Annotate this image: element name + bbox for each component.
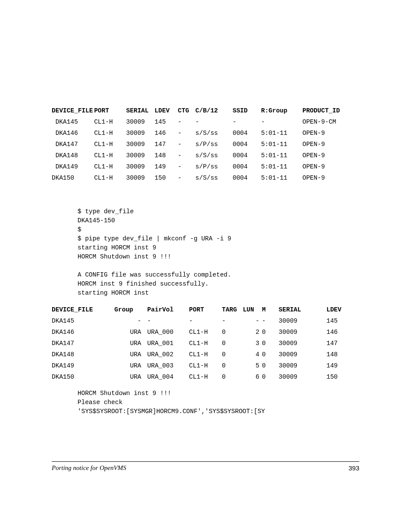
terminal-output-1: $ type dev_file DKA145-150 $ $ pipe type… — [78, 207, 359, 298]
table-row: DKA148CL1-H30009148-s/S/ss00045:01-11OPE… — [52, 150, 359, 161]
page-number: 393 — [349, 464, 359, 472]
col-lun: LUN — [243, 304, 262, 315]
cell: 147 — [327, 338, 359, 349]
cell: - — [196, 116, 233, 128]
table-row: DKA145CL1-H30009145----OPEN-9-CM — [52, 116, 359, 128]
cell: 0 — [222, 371, 243, 383]
cell: s/S/ss — [196, 128, 233, 139]
col-ssid: SSID — [233, 105, 261, 116]
cell: DKA145 — [52, 116, 94, 128]
cell: OPEN-9 — [302, 128, 359, 139]
cell: CL1-H — [94, 172, 126, 184]
col-port: PORT — [94, 105, 126, 116]
cell: CL1-H — [94, 150, 126, 161]
table-row: DKA145------30009145 — [52, 315, 359, 327]
cell: 0 — [222, 360, 243, 371]
cell: 0004 — [233, 172, 261, 184]
cell: 0 — [262, 338, 279, 349]
cell: s/P/ss — [196, 161, 233, 172]
cell: URA_002 — [147, 349, 189, 360]
cell: 0004 — [233, 139, 261, 150]
cell: URA_000 — [147, 327, 189, 338]
cell: 30009 — [126, 161, 155, 172]
table-row: DKA146URAURA_000CL1-H02030009146 — [52, 327, 359, 338]
cell: 6 — [243, 371, 262, 383]
table-row: DKA146CL1-H30009146-s/S/ss00045:01-11OPE… — [52, 128, 359, 139]
col-rgroup: R:Group — [261, 105, 302, 116]
col-port: PORT — [189, 304, 222, 315]
cell: URA_004 — [147, 371, 189, 383]
cell: 0004 — [233, 128, 261, 139]
cell: 4 — [243, 349, 262, 360]
cell: URA — [115, 371, 147, 383]
table-row: DKA148URAURA_002CL1-H04030009148 — [52, 349, 359, 360]
cell: CL1-H — [189, 371, 222, 383]
table-row: DKA147CL1-H30009147-s/P/ss00045:01-11OPE… — [52, 139, 359, 150]
cell: 150 — [155, 172, 178, 184]
col-serial: SERIAL — [279, 304, 327, 315]
cell: OPEN-9 — [302, 150, 359, 161]
cell: 5:01-11 — [261, 139, 302, 150]
cell: 30009 — [126, 172, 155, 184]
cell: - — [178, 116, 196, 128]
table-row: DKA149URAURA_003CL1-H05030009149 — [52, 360, 359, 371]
cell: 0 — [262, 360, 279, 371]
cell: - — [115, 315, 147, 327]
page-content: DEVICE_FILE PORT SERIAL LDEV CTG C/B/12 … — [0, 0, 411, 416]
cell: DKA147 — [52, 338, 115, 349]
cell: DKA148 — [52, 349, 115, 360]
col-ldev: LDEV — [155, 105, 178, 116]
col-product-id: PRODUCT_ID — [302, 105, 359, 116]
cell: 30009 — [279, 315, 327, 327]
cell: URA — [115, 327, 147, 338]
cell: - — [222, 315, 243, 327]
cell: DKA149 — [52, 360, 115, 371]
cell: 30009 — [126, 139, 155, 150]
cell: 30009 — [279, 371, 327, 383]
cell: 0 — [262, 327, 279, 338]
cell: URA — [115, 338, 147, 349]
cell: 2 — [243, 327, 262, 338]
cell: URA — [115, 360, 147, 371]
cell: DKA149 — [52, 161, 94, 172]
table-row: DKA149CL1-H30009149-s/P/ss00045:01-11OPE… — [52, 161, 359, 172]
device-table-2: DEVICE_FILE Group PairVol PORT TARG LUN … — [52, 304, 359, 383]
cell: 5 — [243, 360, 262, 371]
cell: 148 — [327, 349, 359, 360]
cell: 30009 — [279, 349, 327, 360]
cell: 145 — [155, 116, 178, 128]
cell: - — [233, 116, 261, 128]
cell: 3 — [243, 338, 262, 349]
cell: CL1-H — [94, 161, 126, 172]
cell: 0004 — [233, 161, 261, 172]
cell: 30009 — [126, 116, 155, 128]
cell: CL1-H — [94, 128, 126, 139]
cell: s/P/ss — [196, 139, 233, 150]
cell: OPEN-9 — [302, 161, 359, 172]
cell: - — [243, 315, 262, 327]
cell: - — [261, 116, 302, 128]
cell: CL1-H — [94, 116, 126, 128]
cell: OPEN-9-CM — [302, 116, 359, 128]
cell: 5:01-11 — [261, 172, 302, 184]
cell: DKA148 — [52, 150, 94, 161]
cell: - — [178, 172, 196, 184]
col-cb12: C/B/12 — [196, 105, 233, 116]
cell: 0 — [262, 371, 279, 383]
cell: 30009 — [279, 360, 327, 371]
table-header-row: DEVICE_FILE PORT SERIAL LDEV CTG C/B/12 … — [52, 105, 359, 116]
table-row: DKA150URAURA_004CL1-H06030009150 — [52, 371, 359, 383]
cell: 149 — [155, 161, 178, 172]
cell: 0 — [222, 327, 243, 338]
cell: 30009 — [279, 338, 327, 349]
cell: URA — [115, 349, 147, 360]
cell: CL1-H — [189, 327, 222, 338]
cell: DKA150 — [52, 172, 94, 184]
col-group: Group — [115, 304, 147, 315]
cell: DKA146 — [52, 128, 94, 139]
cell: DKA145 — [52, 315, 115, 327]
device-table-1: DEVICE_FILE PORT SERIAL LDEV CTG C/B/12 … — [52, 105, 359, 184]
cell: 147 — [155, 139, 178, 150]
cell: 0 — [222, 338, 243, 349]
cell: CL1-H — [189, 338, 222, 349]
